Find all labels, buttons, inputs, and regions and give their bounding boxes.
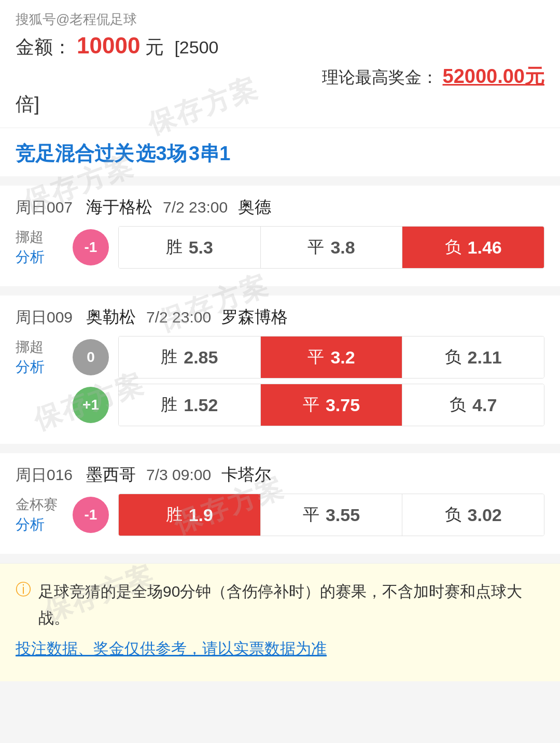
match-2-badge-0: 0 — [73, 339, 109, 375]
match-1-odds-row: 胜 5.3 平 3.8 负 1.46 — [118, 226, 544, 269]
match-1-lose-value: 1.46 — [468, 237, 502, 258]
match-2-row2-draw[interactable]: 平 3.75 — [261, 384, 402, 426]
match-1-lose-label: 负 — [445, 236, 461, 259]
match-2-row-2: +1 胜 1.52 平 3.75 负 4.7 — [16, 384, 544, 426]
match-3-badge: -1 — [73, 497, 109, 533]
match-2-row2-lose-value: 4.7 — [472, 395, 497, 415]
match-2-row2-win-label: 胜 — [161, 394, 177, 416]
match-1-draw-label: 平 — [307, 236, 324, 259]
match-1-win-label: 胜 — [166, 236, 183, 259]
match-2-odds-row-2: 胜 1.52 平 3.75 负 4.7 — [118, 384, 544, 426]
match-2-row1-win-value: 2.85 — [184, 347, 218, 368]
bet-type-title: 竞足混合过关 — [16, 143, 134, 164]
match-3-id: 周日016 — [16, 465, 73, 486]
match-1-win-value: 5.3 — [189, 237, 213, 258]
match-1-row-1: 挪超 分析 -1 胜 5.3 平 3.8 负 1.46 — [16, 226, 544, 269]
match-2-row1-lose-value: 2.11 — [468, 347, 502, 368]
info-text-1: 足球竞猜的是全场90分钟（含伤停补时）的赛果，不含加时赛和点球大战。 — [38, 578, 544, 631]
match-2-away: 罗森博格 — [221, 306, 288, 329]
match-1-away: 奥德 — [238, 196, 271, 219]
info-icon: ⓘ — [16, 579, 31, 600]
select-info: 选3场 — [136, 143, 186, 164]
match-3-draw[interactable]: 平 3.55 — [261, 494, 402, 536]
prize-value: 52000.00元 — [443, 65, 545, 87]
match-2-row2-win-value: 1.52 — [184, 395, 218, 415]
amount-label: 金额： — [16, 36, 72, 58]
match-2-time: 7/2 23:00 — [146, 309, 211, 326]
sohu-tag: 搜狐号@老程侃足球 — [16, 10, 544, 29]
bet-type-section: 竞足混合过关 选3场 3串1 — [0, 128, 560, 176]
match-3-header: 周日016 墨西哥 7/3 09:00 卡塔尔 — [16, 464, 544, 486]
match-2-badge-plus1: +1 — [73, 387, 109, 423]
match-1-league: 挪超 — [16, 228, 44, 247]
match-3-draw-value: 3.55 — [326, 505, 360, 525]
match-1-analysis[interactable]: 分析 — [16, 247, 45, 267]
match-card-1: 周日007 海于格松 7/2 23:00 奥德 挪超 分析 -1 胜 5.3 平… — [0, 186, 560, 286]
match-2-analysis[interactable]: 分析 — [16, 357, 45, 377]
match-2-row1-lose[interactable]: 负 2.11 — [402, 337, 544, 378]
match-3-draw-label: 平 — [303, 503, 319, 526]
match-1-lose[interactable]: 负 1.46 — [402, 227, 544, 268]
match-1-badge: -1 — [73, 229, 109, 265]
match-2-id: 周日009 — [16, 307, 73, 328]
prize-label: 理论最高奖金： — [322, 68, 438, 87]
match-3-lose[interactable]: 负 3.02 — [402, 494, 544, 536]
match-1-win[interactable]: 胜 5.3 — [119, 227, 260, 268]
match-3-league: 金杯赛 — [16, 495, 58, 515]
match-3-lose-label: 负 — [445, 503, 461, 526]
match-3-row-1: 金杯赛 分析 -1 胜 1.9 平 3.55 负 3.02 — [16, 494, 544, 536]
match-2-row1-win-label: 胜 — [161, 346, 177, 369]
match-3-win-value: 1.9 — [189, 505, 213, 525]
match-2-row1-lose-label: 负 — [445, 346, 461, 369]
info-row-2: 投注数据、奖金仅供参考，请以实票数据为准 — [16, 638, 544, 660]
match-3-win-label: 胜 — [166, 503, 183, 526]
match-2-row1-draw-label: 平 — [307, 346, 324, 369]
amount-line: 金额： 10000 元 [2500 — [16, 33, 544, 60]
multiplier-start: [2500 — [174, 37, 218, 57]
match-2-home: 奥勒松 — [86, 306, 136, 329]
match-2-header: 周日009 奥勒松 7/2 23:00 罗森博格 — [16, 306, 544, 329]
match-2-odds-row-1: 胜 2.85 平 3.2 负 2.11 — [118, 336, 544, 378]
match-2-row1-win[interactable]: 胜 2.85 — [119, 337, 260, 378]
match-2-row2-draw-value: 3.75 — [326, 395, 360, 415]
amount-unit: 元 — [145, 36, 164, 58]
match-1-draw-value: 3.8 — [330, 237, 355, 258]
match-3-win[interactable]: 胜 1.9 — [119, 494, 260, 536]
match-2-row1-draw-value: 3.2 — [330, 347, 355, 368]
amount-value: 10000 — [77, 33, 140, 58]
header: 搜狐号@老程侃足球 金额： 10000 元 [2500 理论最高奖金： 5200… — [0, 0, 560, 128]
match-2-row-1: 挪超 分析 0 胜 2.85 平 3.2 负 2.11 — [16, 336, 544, 378]
match-3-meta: 金杯赛 分析 — [16, 495, 67, 535]
match-2-row1-draw[interactable]: 平 3.2 — [261, 337, 402, 378]
match-3-lose-value: 3.02 — [468, 505, 502, 525]
match-2-row2-draw-label: 平 — [303, 394, 319, 416]
match-1-id: 周日007 — [16, 197, 73, 218]
match-2-meta: 挪超 分析 — [16, 338, 67, 377]
match-3-time: 7/3 09:00 — [146, 466, 211, 484]
match-3-odds-row: 胜 1.9 平 3.55 负 3.02 — [118, 494, 544, 536]
serial-info: 3串1 — [189, 143, 230, 164]
match-card-3: 周日016 墨西哥 7/3 09:00 卡塔尔 金杯赛 分析 -1 胜 1.9 … — [0, 453, 560, 554]
match-3-analysis[interactable]: 分析 — [16, 515, 45, 535]
match-1-meta: 挪超 分析 — [16, 228, 67, 267]
prize-line: 理论最高奖金： 52000.00元 — [16, 63, 544, 90]
match-2-league: 挪超 — [16, 338, 44, 357]
match-2-row2-lose-label: 负 — [450, 394, 466, 416]
match-card-2: 周日009 奥勒松 7/2 23:00 罗森博格 挪超 分析 0 胜 2.85 … — [0, 296, 560, 444]
info-link: 投注数据、奖金仅供参考，请以实票数据为准 — [16, 638, 327, 660]
match-3-away: 卡塔尔 — [221, 464, 271, 486]
match-1-home: 海于格松 — [86, 196, 152, 219]
match-2-row2-win[interactable]: 胜 1.52 — [119, 384, 260, 426]
info-section: ⓘ 足球竞猜的是全场90分钟（含伤停补时）的赛果，不含加时赛和点球大战。 投注数… — [0, 563, 560, 681]
match-1-time: 7/2 23:00 — [163, 199, 228, 216]
info-row-1: ⓘ 足球竞猜的是全场90分钟（含伤停补时）的赛果，不含加时赛和点球大战。 — [16, 578, 544, 631]
match-1-draw[interactable]: 平 3.8 — [261, 227, 402, 268]
match-1-header: 周日007 海于格松 7/2 23:00 奥德 — [16, 196, 544, 219]
bracket-end: 倍] — [16, 92, 544, 117]
match-3-home: 墨西哥 — [86, 464, 136, 486]
match-2-row2-lose[interactable]: 负 4.7 — [402, 384, 544, 426]
